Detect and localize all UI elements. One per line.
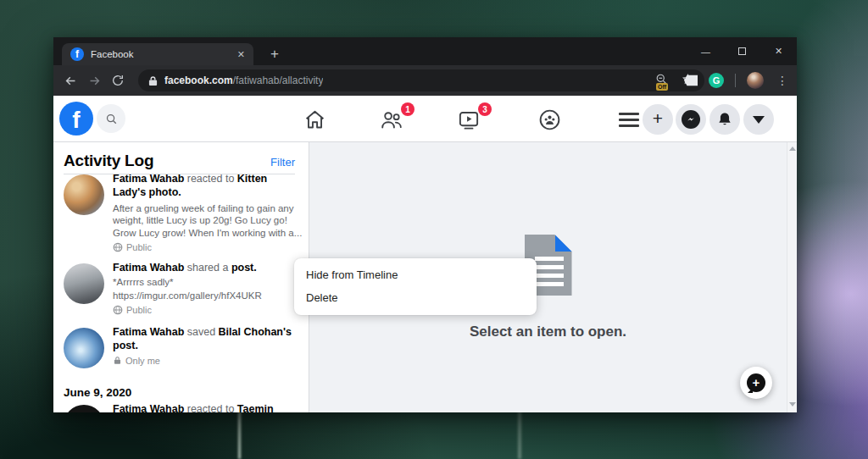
page-title: Activity Log [64, 152, 153, 170]
url-host: facebook.com [164, 75, 233, 86]
extension-area: Off G ⋮ [659, 65, 790, 96]
action-text: shared a [184, 262, 231, 274]
groups-icon [537, 108, 562, 132]
browser-window: f Facebook ✕ + — ✕ [53, 37, 797, 412]
scroll-up-arrow-icon[interactable] [789, 147, 796, 151]
notifications-button[interactable] [709, 104, 740, 135]
close-button[interactable]: ✕ [760, 37, 797, 65]
menu-item-hide-from-timeline[interactable]: Hide from Timeline [294, 263, 537, 286]
chat-plus-icon: + [747, 373, 765, 392]
facebook-search-button[interactable] [97, 104, 125, 133]
desktop-wallpaper: f Facebook ✕ + — ✕ [0, 0, 868, 459]
avatar [64, 405, 104, 412]
date-header: June 9, 2020 [64, 386, 131, 399]
entry-headline: Fatima Wahab reacted to Taemin [113, 403, 308, 412]
messenger-button[interactable] [676, 104, 706, 135]
lock-icon [113, 356, 122, 365]
new-message-button[interactable]: + [740, 367, 772, 399]
tab-strip: f Facebook ✕ + — ✕ [53, 37, 797, 65]
entry-body: After a grueling week of failing to gain… [113, 202, 309, 240]
actor-name: Fatima Wahab [113, 403, 184, 412]
activity-log-panel: Activity Log Filter Fatima Wahab reacted… [53, 142, 309, 412]
maximize-button[interactable] [724, 37, 760, 65]
reload-button[interactable] [106, 69, 130, 92]
minimize-button[interactable]: — [687, 37, 724, 65]
activity-log-header: Activity Log Filter [64, 152, 295, 170]
entry-headline: Fatima Wahab saved Bilal Chohan's post. [113, 326, 298, 353]
window-controls: — ✕ [687, 37, 797, 65]
extension-grammarly-icon[interactable]: G [709, 73, 724, 88]
action-text: reacted to [184, 173, 237, 185]
browser-menu-icon[interactable]: ⋮ [775, 74, 790, 87]
facebook-favicon-icon: f [70, 47, 84, 61]
facebook-top-nav: f 1 3 [53, 96, 797, 142]
plus-icon: + [653, 108, 663, 129]
actor-name: Fatima Wahab [113, 326, 184, 338]
maximize-icon [738, 47, 746, 55]
action-text: reacted to [184, 403, 237, 412]
tab-close-icon[interactable]: ✕ [237, 49, 245, 60]
bell-icon [716, 111, 733, 128]
privacy-label: Only me [125, 356, 160, 366]
chevron-down-icon [753, 116, 765, 124]
friends-notification-badge: 1 [401, 102, 415, 116]
wallpaper-plant-stem [238, 412, 241, 459]
nav-friends-tab[interactable]: 1 [375, 108, 409, 131]
nav-menu-button[interactable] [612, 108, 646, 131]
target-name: Taemin [237, 403, 274, 412]
page-scrollbar[interactable] [787, 142, 797, 412]
wallpaper-plant-stem [518, 412, 521, 459]
target-name: post. [231, 262, 257, 274]
reload-icon [111, 74, 125, 87]
entry-line: *Arrrrrs sadly* [113, 275, 308, 289]
globe-icon [113, 242, 123, 252]
context-menu: Hide from Timeline Delete [294, 258, 537, 315]
page-content: Activity Log Filter Fatima Wahab reacted… [53, 142, 797, 412]
home-icon [303, 108, 326, 131]
entry-headline: Fatima Wahab reacted to Kitten Lady's ph… [113, 173, 282, 200]
url-path: /fatiwahab/allactivity [233, 75, 324, 86]
toolbar-divider [735, 74, 736, 87]
avatar [64, 174, 104, 215]
entry-link: https://imgur.com/gallery/hfX4UKR [113, 289, 308, 302]
forward-button[interactable] [82, 69, 106, 92]
scroll-down-arrow-icon[interactable] [789, 402, 796, 406]
menu-item-delete[interactable]: Delete [294, 286, 537, 309]
browser-profile-avatar[interactable] [747, 72, 764, 89]
messenger-icon [682, 110, 700, 129]
search-icon [105, 113, 118, 125]
back-button[interactable] [58, 69, 82, 92]
browser-tab-facebook[interactable]: f Facebook ✕ [62, 43, 253, 65]
privacy-row: Only me [113, 356, 298, 366]
actor-name: Fatima Wahab [113, 262, 184, 274]
filter-link[interactable]: Filter [270, 156, 295, 169]
facebook-logo[interactable]: f [59, 102, 93, 135]
facebook-page: f 1 3 [53, 96, 797, 412]
lock-icon [148, 75, 158, 86]
create-button[interactable]: + [643, 104, 673, 135]
avatar [64, 263, 104, 304]
forward-arrow-icon [87, 74, 102, 88]
watch-icon [457, 108, 481, 131]
back-arrow-icon [64, 74, 78, 88]
extension-tag-icon[interactable] [684, 75, 698, 86]
address-bar[interactable]: facebook.com/fatiwahab/allactivity [138, 69, 704, 91]
privacy-row: Public [113, 242, 309, 252]
nav-home-tab[interactable] [298, 108, 331, 131]
extension-off-badge: Off [656, 83, 668, 91]
nav-watch-tab[interactable]: 3 [452, 108, 486, 131]
new-tab-button[interactable]: + [264, 43, 286, 65]
watch-notification-badge: 3 [478, 102, 492, 116]
account-button[interactable] [743, 104, 774, 135]
privacy-label: Public [126, 242, 152, 252]
entry-headline: Fatima Wahab shared a post. [113, 262, 308, 275]
empty-state-text: Select an item to open. [470, 324, 626, 340]
extension-adblock-icon[interactable]: Off [659, 75, 673, 86]
hamburger-icon [619, 113, 639, 127]
browser-toolbar: facebook.com/fatiwahab/allactivity Off G [53, 65, 797, 96]
globe-icon [113, 305, 123, 315]
privacy-row: Public [113, 305, 308, 315]
nav-groups-tab[interactable] [532, 108, 566, 131]
url-text: facebook.com/fatiwahab/allactivity [164, 75, 323, 86]
actor-name: Fatima Wahab [113, 173, 184, 185]
